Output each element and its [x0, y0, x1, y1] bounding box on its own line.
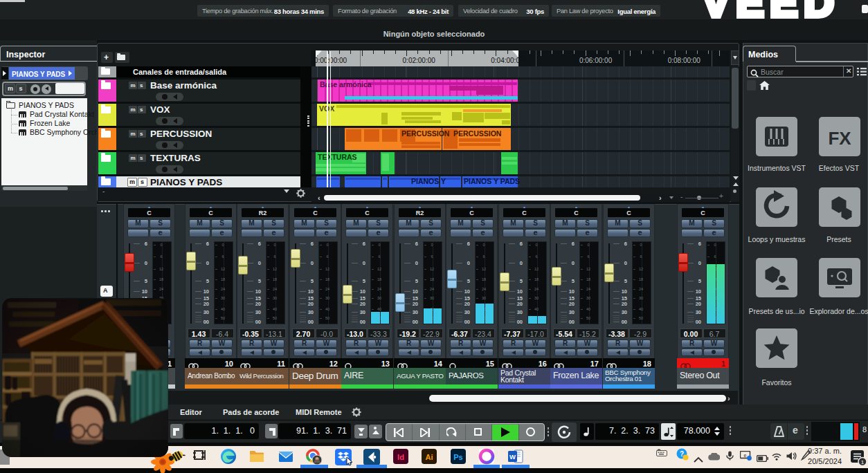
svg-text:Id: Id — [397, 453, 404, 461]
svg-text:1: 1 — [861, 459, 865, 465]
svg-text:FX: FX — [828, 128, 851, 149]
svg-text:e: e — [744, 453, 747, 458]
svg-text:Ai: Ai — [426, 453, 433, 461]
svg-text:W: W — [509, 453, 516, 461]
svg-text:Ps: Ps — [453, 453, 462, 461]
